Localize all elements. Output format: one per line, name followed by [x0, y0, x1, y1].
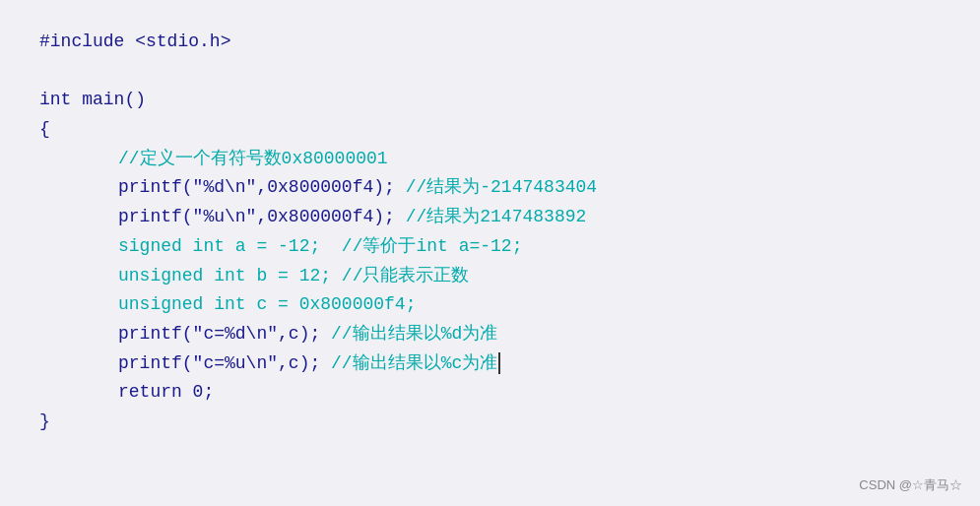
- line-printf4: printf("c=%u\n",c); //输出结果以%c为准: [39, 349, 941, 379]
- line-signed: signed int a = -12; //等价于int a=-12;: [39, 232, 941, 262]
- line-printf1: printf("%d\n",0x800000f4); //结果为-2147483…: [39, 173, 941, 203]
- line-include: #include <stdio.h>: [39, 28, 941, 57]
- line-printf2: printf("%u\n",0x800000f4); //结果为21474838…: [39, 203, 941, 232]
- line-blank: [39, 57, 941, 87]
- line-brace-close: }: [39, 408, 941, 437]
- line-return: return 0;: [39, 378, 941, 408]
- line-unsigned-b: unsigned int b = 12; //只能表示正数: [39, 262, 941, 291]
- line-main: int main(): [39, 86, 941, 115]
- line-unsigned-c: unsigned int c = 0x800000f4;: [39, 290, 941, 320]
- code-block: #include <stdio.h> int main() { //定义一个有符…: [39, 28, 941, 437]
- line-printf3: printf("c=%d\n",c); //输出结果以%d为准: [39, 320, 941, 349]
- code-container: #include <stdio.h> int main() { //定义一个有符…: [0, 0, 980, 506]
- watermark: CSDN @☆青马☆: [859, 476, 962, 494]
- line-brace-open: {: [39, 115, 941, 145]
- line-comment1: //定义一个有符号数0x80000001: [39, 145, 941, 174]
